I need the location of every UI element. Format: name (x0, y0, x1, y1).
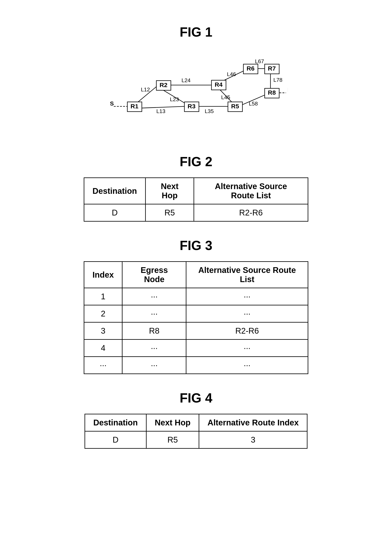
svg-text:L67: L67 (255, 58, 264, 64)
fig3-row-1: 1 ··· ··· (84, 288, 308, 305)
svg-text:R7: R7 (268, 65, 276, 72)
fig3-row-3: 3 R8 R2-R6 (84, 322, 308, 340)
fig2-col-destination: Destination (84, 178, 145, 204)
fig4-col-destination: Destination (85, 414, 146, 431)
svg-text:L78: L78 (273, 77, 282, 83)
fig4-title: FIG 4 (180, 390, 212, 406)
fig3-r2-asrl: ··· (186, 305, 308, 322)
fig2-col-asrl: Alternative Source Route List (194, 178, 308, 204)
fig2-r1-nexthop: R5 (145, 204, 194, 221)
svg-text:R3: R3 (188, 103, 196, 110)
fig3-r1-egress: ··· (122, 288, 186, 305)
fig3-title: FIG 3 (180, 238, 212, 253)
fig3-r1-asrl: ··· (186, 288, 308, 305)
fig2-row-1: D R5 R2-R6 (84, 204, 308, 221)
svg-text:S: S (110, 100, 114, 107)
fig4-col-ari: Alternative Route Index (199, 414, 307, 431)
svg-text:L12: L12 (141, 87, 150, 93)
fig3-table: Index Egress Node Alternative Source Rou… (84, 261, 308, 374)
fig3-r3-index: 3 (84, 322, 122, 340)
svg-text:L23: L23 (170, 96, 179, 102)
svg-text:R1: R1 (130, 103, 139, 110)
fig4-r1-nexthop: R5 (146, 431, 199, 448)
svg-text:L45: L45 (221, 94, 230, 100)
fig3-row-4: 4 ··· ··· (84, 340, 308, 357)
svg-text:R6: R6 (247, 65, 255, 72)
svg-text:L58: L58 (249, 101, 258, 107)
svg-text:R4: R4 (215, 81, 223, 88)
svg-text:L46: L46 (227, 71, 236, 77)
fig3-r2-egress: ··· (122, 305, 186, 322)
fig4-row-1: D R5 3 (85, 431, 307, 448)
svg-text:L13: L13 (156, 108, 165, 114)
fig2-col-nexthop: Next Hop (145, 178, 194, 204)
fig3-row-2: 2 ··· ··· (84, 305, 308, 322)
fig3-r4-asrl: ··· (186, 340, 308, 357)
fig2-title: FIG 2 (180, 154, 212, 169)
svg-line-2 (135, 106, 185, 108)
fig3-r3-asrl: R2-R6 (186, 322, 308, 340)
fig3-row-5: ··· ··· ··· (84, 357, 308, 374)
fig3-col-egress: Egress Node (122, 262, 186, 288)
fig4-table: Destination Next Hop Alternative Route I… (84, 414, 308, 449)
fig1-title: FIG 1 (180, 25, 212, 40)
fig3-r5-asrl: ··· (186, 357, 308, 374)
svg-text:L35: L35 (205, 108, 214, 114)
fig4-r1-dest: D (85, 431, 146, 448)
fig2-r1-asrl: R2-R6 (194, 204, 308, 221)
svg-text:R2: R2 (159, 81, 167, 88)
fig3-col-asrl: Alternative Source Route List (186, 262, 308, 288)
fig3-r4-egress: ··· (122, 340, 186, 357)
fig1-diagram: R1 R2 R3 R4 R5 R6 R7 R8 S (84, 48, 308, 138)
svg-text:L24: L24 (181, 77, 191, 83)
fig3-r5-index: ··· (84, 357, 122, 374)
svg-text:D: D (288, 87, 288, 93)
svg-text:R8: R8 (268, 89, 276, 96)
fig2-r1-dest: D (84, 204, 145, 221)
fig4-col-nexthop: Next Hop (146, 414, 199, 431)
fig3-col-index: Index (84, 262, 122, 288)
fig2-table: Destination Next Hop Alternative Source … (84, 177, 308, 222)
fig3-r5-egress: ··· (122, 357, 186, 374)
fig3-r2-index: 2 (84, 305, 122, 322)
fig3-r1-index: 1 (84, 288, 122, 305)
fig3-r4-index: 4 (84, 340, 122, 357)
fig4-r1-ari: 3 (199, 431, 307, 448)
svg-text:R5: R5 (231, 103, 239, 110)
fig3-r3-egress: R8 (122, 322, 186, 340)
